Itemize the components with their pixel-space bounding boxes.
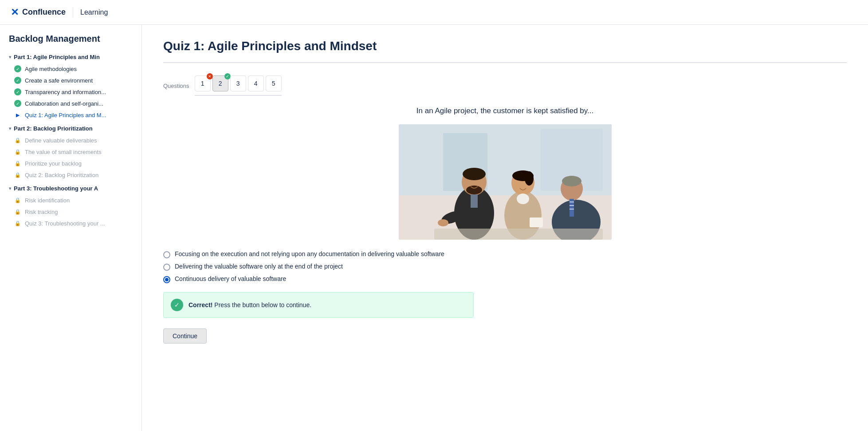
check-icon: ✓ — [14, 77, 21, 84]
radio-3 — [163, 276, 170, 283]
answer-label-2: Delivering the valuable software only at… — [175, 263, 343, 270]
sidebar-item-collab[interactable]: ✓ Collaboration and self-organi... — [0, 98, 141, 109]
check-icon: ✓ — [14, 88, 21, 95]
svg-rect-25 — [434, 229, 603, 240]
sidebar-title: Backlog Management — [0, 34, 141, 51]
sidebar-item-label: Define valuable deliverables — [25, 137, 97, 144]
correct-rest: Press the button below to continue. — [214, 301, 311, 308]
sidebar-item-label: Risk tracking — [25, 209, 58, 215]
sidebar-section-part1: ▾ Part 1: Agile Principles and Min ✓ Agi… — [0, 51, 141, 121]
sidebar-item-safe-env[interactable]: ✓ Create a safe environment — [0, 75, 141, 86]
sidebar-item-label: Transparency and information... — [25, 89, 106, 95]
sidebar-item-agile-meth[interactable]: ✓ Agile methodologies — [0, 63, 141, 75]
meeting-illustration — [399, 124, 612, 240]
answer-option-1[interactable]: Focusing on the execution and not relyin… — [163, 250, 474, 258]
lock-icon: 🔒 — [14, 160, 21, 167]
svg-point-15 — [525, 171, 534, 186]
check-icon: ✓ — [14, 65, 21, 72]
sidebar-item-valuable-del: 🔒 Define valuable deliverables — [0, 134, 141, 146]
question-text: In an Agile project, the customer is kep… — [163, 107, 847, 115]
sidebar-section-part3: ▾ Part 3: Troubleshooting your A 🔒 Risk … — [0, 182, 141, 229]
check-icon: ✓ — [14, 100, 21, 107]
topnav: ✕ Confluence Learning — [0, 0, 868, 25]
correct-badge: ✓ — [224, 73, 231, 79]
svg-point-16 — [517, 194, 529, 204]
nav-divider — [73, 7, 73, 18]
main-content: Quiz 1: Agile Principles and Mindset Que… — [142, 25, 868, 431]
sidebar-item-risk-id: 🔒 Risk identification — [0, 194, 141, 206]
chevron-down-icon: ▾ — [9, 186, 11, 191]
question-bubble-4[interactable]: 4 — [248, 75, 264, 91]
question-bubble-3[interactable]: 3 — [230, 75, 246, 91]
sidebar-item-risk-track: 🔒 Risk tracking — [0, 206, 141, 217]
sidebar-item-small-inc: 🔒 The value of small increments — [0, 146, 141, 158]
sidebar-item-label: The value of small increments — [25, 149, 102, 155]
continue-button[interactable]: Continue — [163, 328, 207, 344]
sidebar-item-label: Collaboration and self-organi... — [25, 100, 103, 107]
answer-option-2[interactable]: Delivering the valuable software only at… — [163, 263, 474, 271]
sidebar-item-label: Create a safe environment — [25, 77, 93, 84]
main-layout: Backlog Management ▾ Part 1: Agile Princ… — [0, 25, 868, 431]
radio-inner-3 — [165, 278, 169, 281]
sidebar-item-quiz3: 🔒 Quiz 3: Troubleshooting your ... — [0, 217, 141, 229]
quiz-title: Quiz 1: Agile Principles and Mindset — [163, 39, 847, 53]
answer-label-1: Focusing on the execution and not relyin… — [175, 250, 444, 257]
svg-point-7 — [463, 168, 486, 180]
question-bubbles: 1 ✕ 2 ✓ 3 4 5 — [195, 75, 282, 96]
sidebar-part3-label: Part 3: Troubleshooting your A — [14, 185, 98, 192]
svg-point-8 — [466, 186, 482, 194]
sidebar-section-part3-header[interactable]: ▾ Part 3: Troubleshooting your A — [0, 182, 141, 194]
chevron-down-icon: ▾ — [9, 55, 11, 59]
sidebar-item-label: Prioritize your backlog — [25, 160, 82, 167]
question-bubble-1[interactable]: 1 ✕ — [195, 75, 211, 91]
sidebar-part2-label: Part 2: Backlog Prioritization — [14, 125, 93, 132]
answer-label-3: Continuous delivery of valuable software — [175, 275, 286, 282]
bubble-number: 2 — [219, 80, 222, 87]
lock-icon: 🔒 — [14, 197, 21, 204]
correct-banner: ✓ Correct! Press the button below to con… — [163, 292, 474, 318]
svg-rect-17 — [530, 217, 543, 227]
answer-option-3[interactable]: Continuous delivery of valuable software — [163, 275, 474, 283]
correct-check-icon: ✓ — [171, 299, 183, 311]
sidebar-item-quiz1[interactable]: ▶ Quiz 1: Agile Principles and M... — [0, 109, 141, 121]
lock-icon: 🔒 — [14, 220, 21, 227]
lock-icon: 🔒 — [14, 171, 21, 178]
sidebar-item-label: Quiz 2: Backlog Prioritization — [25, 172, 98, 178]
svg-point-20 — [562, 176, 581, 186]
questions-nav: Questions 1 ✕ 2 ✓ 3 4 — [163, 75, 847, 96]
sidebar-item-label: Quiz 1: Agile Principles and M... — [25, 112, 106, 119]
radio-2 — [163, 264, 170, 271]
sidebar-item-label: Agile methodologies — [25, 66, 77, 72]
play-icon: ▶ — [14, 111, 21, 119]
sidebar-item-transparency[interactable]: ✓ Transparency and information... — [0, 86, 141, 98]
correct-text: Correct! Press the button below to conti… — [189, 301, 311, 308]
lock-icon: 🔒 — [14, 137, 21, 144]
bubble-number: 3 — [236, 80, 240, 87]
question-image — [399, 124, 612, 240]
bubble-number: 5 — [272, 80, 275, 87]
sidebar-item-label: Quiz 3: Troubleshooting your ... — [25, 220, 105, 227]
question-bubble-5[interactable]: 5 — [266, 75, 282, 91]
lock-icon: 🔒 — [14, 208, 21, 215]
logo-text: Confluence — [22, 8, 66, 17]
sidebar-section-part1-header[interactable]: ▾ Part 1: Agile Principles and Min — [0, 51, 141, 63]
correct-bold: Correct! — [189, 301, 212, 308]
quiz-divider — [163, 62, 847, 63]
radio-1 — [163, 251, 170, 258]
sidebar-section-part2-header[interactable]: ▾ Part 2: Backlog Prioritization — [0, 123, 141, 134]
answers-list: Focusing on the execution and not relyin… — [163, 250, 474, 283]
question-bubble-2[interactable]: 2 ✓ — [212, 75, 228, 91]
confluence-logo[interactable]: ✕ Confluence — [11, 7, 66, 18]
svg-rect-9 — [471, 194, 478, 208]
sidebar-section-part2: ▾ Part 2: Backlog Prioritization 🔒 Defin… — [0, 123, 141, 181]
confluence-x-icon: ✕ — [11, 7, 19, 18]
sidebar-item-quiz2: 🔒 Quiz 2: Backlog Prioritization — [0, 169, 141, 181]
wrong-badge: ✕ — [207, 73, 213, 79]
sidebar-item-label: Risk identification — [25, 197, 70, 204]
bubble-number: 4 — [254, 80, 258, 87]
sidebar: Backlog Management ▾ Part 1: Agile Princ… — [0, 25, 142, 431]
bubble-number: 1 — [201, 80, 204, 87]
questions-label: Questions — [163, 83, 189, 89]
nav-section-label: Learning — [80, 8, 108, 16]
sidebar-part1-label: Part 1: Agile Principles and Min — [14, 54, 100, 60]
